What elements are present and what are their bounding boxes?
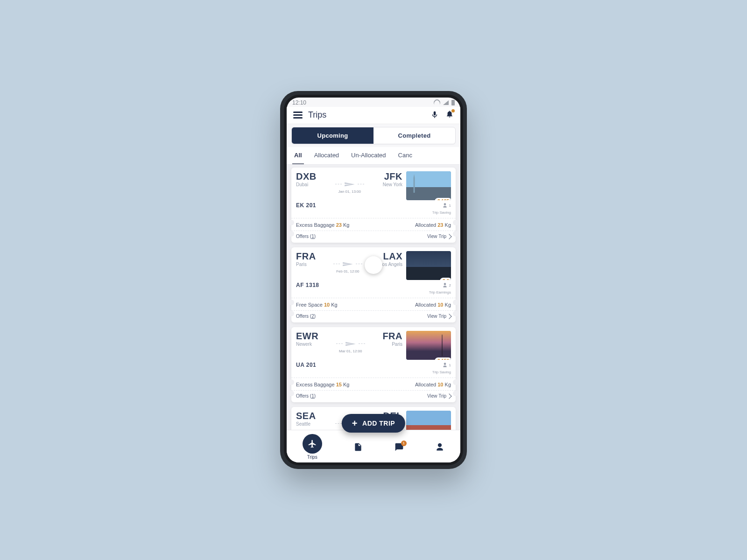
chevron-right-icon [446, 393, 451, 399]
battery-icon [451, 100, 455, 105]
flight-path: Jan 01, 13:00 [320, 171, 379, 200]
flight-datetime: Jan 01, 13:00 [338, 189, 361, 194]
baggage-label: Excess Baggage 23 Kg [296, 222, 349, 228]
filter-cancelled[interactable]: Canc [396, 147, 414, 164]
baggage-label: Free Space 10 Kg [296, 302, 338, 308]
allocated-label: Allocated 10 Kg [415, 382, 451, 387]
passenger-count: 2 [442, 282, 451, 288]
trips-list[interactable]: DXB Dubai Jan 01, 13:00 JFK New York $ 1… [287, 165, 460, 430]
filter-tabs: All Allocated Un-Allocated Canc [287, 147, 460, 165]
loading-spinner-icon [365, 256, 382, 274]
destination: LAX Los Angels [380, 251, 402, 280]
plane-icon [345, 338, 357, 350]
chevron-right-icon [446, 314, 451, 319]
view-trip-link[interactable]: View Trip [427, 314, 451, 319]
app-screen: 12:10 Trips Upcoming Completed [287, 98, 460, 462]
nav-chat[interactable]: 1 [395, 442, 404, 452]
destination-thumb: $ 125 [406, 171, 451, 200]
origin-city: Paris [296, 262, 316, 267]
origin: FRA Paris [296, 251, 316, 280]
price-badge: $ 150 [435, 357, 451, 360]
plane-icon [308, 439, 317, 448]
nav-trips[interactable]: Trips [303, 434, 322, 460]
tab-completed[interactable]: Completed [374, 127, 455, 144]
wifi-icon [434, 99, 440, 106]
origin: DXB Dubai [296, 171, 317, 200]
nav-trips-active-icon [303, 434, 322, 454]
destination-thumb [406, 411, 451, 430]
nav-trips-label: Trips [307, 455, 317, 460]
person-icon [442, 362, 448, 368]
device-frame: 12:10 Trips Upcoming Completed [280, 91, 467, 469]
origin: EWR Newerk [296, 331, 318, 360]
chevron-right-icon [446, 234, 451, 239]
flight-datetime: Feb 01, 12:00 [336, 269, 359, 273]
flight-datetime: Mar 01, 12:00 [339, 349, 362, 353]
origin-code: SEA [296, 411, 316, 421]
person-icon [442, 282, 448, 288]
passenger-count: 1 [442, 362, 451, 368]
badge-subtitle: Trip Saving [432, 370, 451, 374]
price-badge: $ 0 [440, 278, 451, 280]
dest-city: New York [383, 182, 402, 187]
badge-subtitle: Trip Saving [432, 210, 451, 215]
allocated-label: Allocated 10 Kg [415, 302, 451, 308]
origin-code: FRA [296, 251, 316, 262]
notification-dot-icon [451, 109, 455, 112]
filter-all[interactable]: All [292, 147, 304, 165]
origin-city: Newerk [296, 342, 318, 347]
dest-city: Los Angels [380, 262, 402, 267]
status-time: 12:10 [292, 99, 306, 106]
app-header: Trips [287, 107, 460, 124]
filter-unallocated[interactable]: Un-Allocated [349, 147, 388, 164]
origin-code: EWR [296, 331, 318, 342]
document-icon [353, 442, 363, 452]
status-bar: 12:10 [287, 98, 460, 107]
user-icon [435, 442, 444, 452]
dest-code: JFK [384, 171, 402, 182]
flight-number: UA 201 [296, 362, 316, 368]
allocated-label: Allocated 23 Kg [415, 222, 451, 228]
destination: JFK New York [383, 171, 402, 200]
flight-path: Mar 01, 12:00 [322, 331, 379, 360]
person-icon [442, 202, 448, 209]
view-trip-link[interactable]: View Trip [427, 234, 451, 239]
badge-subtitle: Trip Earnings [429, 290, 451, 294]
dest-city: Paris [392, 342, 402, 347]
destination-thumb: $ 0 [406, 251, 451, 280]
plane-icon [344, 178, 356, 190]
origin-city: Dubai [296, 182, 317, 187]
price-badge: $ 125 [435, 198, 451, 200]
menu-icon[interactable] [293, 112, 303, 119]
origin: SEA Seattle [296, 411, 316, 430]
origin-city: Seattle [296, 421, 316, 427]
offers-link[interactable]: Offers (1) [296, 393, 316, 399]
origin-code: DXB [296, 171, 317, 182]
plane-icon [342, 258, 354, 270]
notifications-button[interactable] [445, 110, 454, 120]
add-trip-button[interactable]: + ADD TRIP [342, 414, 405, 433]
trip-card[interactable]: DXB Dubai Jan 01, 13:00 JFK New York $ 1… [291, 168, 456, 243]
dest-code: FRA [382, 331, 402, 342]
bottom-nav: Trips 1 [287, 430, 460, 462]
nav-documents[interactable] [353, 442, 363, 452]
baggage-label: Excess Baggage 15 Kg [296, 382, 349, 387]
mic-icon[interactable] [430, 111, 439, 119]
destination: FRA Paris [382, 331, 402, 360]
page-title: Trips [308, 110, 326, 120]
destination-thumb: $ 150 [406, 331, 451, 360]
plus-icon: + [352, 420, 358, 427]
nav-profile[interactable] [435, 442, 444, 452]
chat-badge: 1 [401, 441, 407, 446]
offers-link[interactable]: Offers (1) [296, 234, 316, 239]
filter-allocated[interactable]: Allocated [312, 147, 341, 164]
trip-card[interactable]: EWR Newerk Mar 01, 12:00 FRA Paris $ 150 [291, 327, 456, 402]
add-trip-label: ADD TRIP [362, 420, 395, 427]
tab-upcoming[interactable]: Upcoming [292, 127, 374, 144]
signal-icon [443, 100, 449, 105]
view-trip-link[interactable]: View Trip [427, 393, 451, 399]
segmented-control: Upcoming Completed [291, 127, 456, 144]
flight-number: EK 201 [296, 202, 316, 209]
offers-link[interactable]: Offers (2) [296, 314, 316, 319]
passenger-count: 1 [442, 202, 451, 209]
